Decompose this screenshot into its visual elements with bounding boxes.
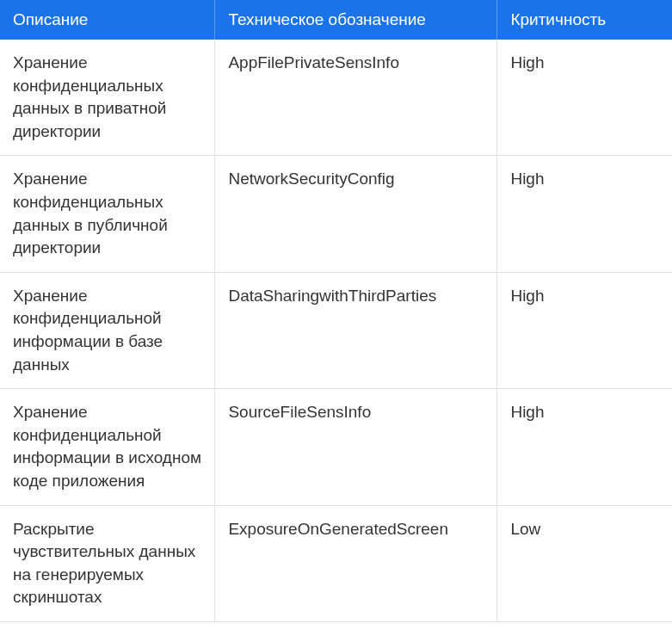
table-header-row: Описание Техническое обозначение Критичн… xyxy=(0,0,672,40)
table-row: Хранение конфиденциальных данных в прива… xyxy=(0,40,672,156)
table-row: Раскрытие чувствительных данных на генер… xyxy=(0,505,672,621)
cell-criticality: Low xyxy=(497,505,672,621)
cell-description: Хранение конфиденциальных данных в публи… xyxy=(0,156,215,272)
cell-criticality: High xyxy=(497,389,672,505)
cell-technical: AppFilePrivateSensInfo xyxy=(215,40,497,156)
header-technical: Техническое обозначение xyxy=(215,0,497,40)
cell-description: Хранение конфиденциальной информации в б… xyxy=(0,272,215,388)
cell-technical: ExposureOnGeneratedScreen xyxy=(215,505,497,621)
header-criticality: Критичность xyxy=(497,0,672,40)
table-row: Хранение конфиденциальной информации в б… xyxy=(0,272,672,388)
cell-technical: DataSharingwithThirdParties xyxy=(215,272,497,388)
table-row: Хранение конфиденциальных данных в публи… xyxy=(0,156,672,272)
cell-criticality: High xyxy=(497,156,672,272)
cell-criticality: High xyxy=(497,40,672,156)
cell-description: Хранение конфиденциальной информации в и… xyxy=(0,389,215,505)
cell-description: Раскрытие чувствительных данных на генер… xyxy=(0,505,215,621)
cell-criticality: High xyxy=(497,272,672,388)
cell-technical: SourceFileSensInfo xyxy=(215,389,497,505)
header-description: Описание xyxy=(0,0,215,40)
cell-description: Хранение конфиденциальных данных в прива… xyxy=(0,40,215,156)
cell-technical: NetworkSecurityConfig xyxy=(215,156,497,272)
security-table: Описание Техническое обозначение Критичн… xyxy=(0,0,672,622)
table-row: Хранение конфиденциальной информации в и… xyxy=(0,389,672,505)
